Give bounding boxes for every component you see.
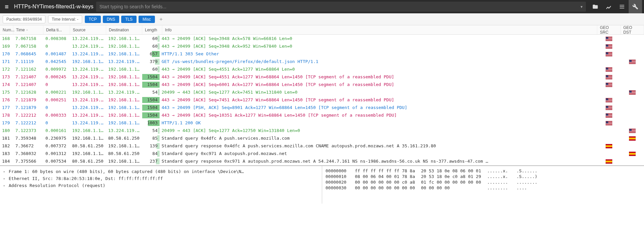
table-row[interactable]: 1827.366720.00737280.58.61.250192.168.1.… (0, 142, 644, 150)
cell-len: 1504 (142, 112, 160, 119)
toolbar-icons (589, 0, 642, 13)
table-row[interactable]: 1837.3680320.001312192.168.1.14080.58.61… (0, 150, 644, 157)
cell-dst: 80.58.61.250 (106, 136, 142, 141)
packet-table[interactable]: 1687.0671580.00830813.224.119.32192.168.… (0, 35, 644, 165)
table-row[interactable]: 1807.1223730.000161192.168.1.14013.224.1… (0, 127, 644, 134)
cell-num: 177 (0, 105, 13, 110)
cell-time: 7.11119 (13, 59, 43, 64)
cell-time: 7.122212 (13, 113, 43, 118)
cell-geodst (621, 150, 644, 157)
col-geosrc[interactable]: GEO SRC (597, 25, 621, 34)
flag-es-icon (606, 144, 612, 148)
cell-delta: 0 (43, 105, 70, 110)
tree-node[interactable]: ▸Ethernet II, Src: 78:8a:20:53:18:0e, Ds… (3, 175, 318, 182)
table-row[interactable]: 1727.1211620.00997213.224.119.32192.168.… (0, 65, 644, 73)
table-row[interactable]: 1767.1218790.00025113.224.119.32192.168.… (0, 96, 644, 104)
cell-delta: 0.001487 (43, 51, 70, 56)
cell-dst: 192.168.1.140 (106, 113, 142, 118)
cell-num: 171 (0, 59, 13, 64)
folder-icon[interactable] (589, 0, 602, 13)
cell-num: 169 (0, 44, 13, 49)
cell-delta: 0.000251 (43, 97, 70, 102)
cell-info: 443 → 20499 [ACK] Seq=7451 Ack=1277 Win=… (160, 97, 597, 102)
cell-geodst (621, 89, 644, 95)
cell-geodst (621, 58, 644, 65)
table-row[interactable]: 1697.067158013.224.119.32192.168.1.14060… (0, 42, 644, 50)
cell-time: 7.121879 (13, 97, 43, 102)
hex-row[interactable]: 0000002000 00 00 00 00 00 c0 a801 fc 00 … (326, 179, 641, 185)
cell-num: 168 (0, 36, 13, 41)
cell-time: 7.067158 (13, 44, 43, 49)
table-row[interactable]: 1717.111190.042545192.168.1.14013.224.11… (0, 58, 644, 65)
tree-node[interactable]: ▸Address Resolution Protocol (request) (3, 182, 318, 189)
table-row[interactable]: 1847.3755660.00753480.58.61.250192.168.1… (0, 157, 644, 165)
cell-geosrc (597, 112, 621, 118)
cell-len: 1003 (142, 120, 160, 126)
table-row[interactable]: 1737.1214070.00024513.224.119.32192.168.… (0, 73, 644, 81)
table-row[interactable]: 1747.121407013.224.119.32192.168.1.14015… (0, 81, 644, 88)
filter-bar: Packets: 8934/8934 Time Interval: - TCPD… (0, 13, 644, 25)
table-row[interactable]: 1817.3593480.236975192.168.1.14080.58.61… (0, 134, 644, 142)
cell-info: Standard query 0x4dfc A push.services.mo… (160, 136, 597, 141)
flag-us-icon (629, 129, 636, 133)
cell-geosrc (597, 104, 621, 111)
cell-src: 13.224.119.32 (70, 67, 106, 72)
hex-row[interactable]: 0000003000 00 00 00 00 00 00 0000 00 00 … (326, 185, 641, 191)
col-num[interactable]: Num... (0, 25, 13, 34)
col-source[interactable]: Source (70, 25, 106, 34)
col-dest[interactable]: Destination (106, 25, 142, 34)
menu-icon[interactable]: ≡ (2, 3, 11, 11)
table-row[interactable]: 1787.1222120.00033313.224.119.32192.168.… (0, 111, 644, 119)
cell-delta: 0.007534 (43, 159, 70, 164)
hex-row[interactable]: 00000000ff ff ff ff ff ff 78 8a20 53 18 … (326, 168, 641, 174)
cell-info: 20499 → 443 [ACK] Seq=1277 Ack=7451 Win=… (160, 90, 597, 95)
hex-row[interactable]: 0000001008 00 06 04 00 01 78 8a20 53 18 … (326, 174, 641, 179)
col-delta[interactable]: Delta ti... (43, 25, 70, 34)
packet-tree[interactable]: ▸Frame 1: 60 bytes on wire (480 bits), 6… (0, 166, 322, 204)
col-time[interactable]: Time≡ (13, 25, 43, 34)
cell-src: 13.224.119.32 (70, 97, 106, 102)
hex-view[interactable]: 00000000ff ff ff ff ff ff 78 8a20 53 18 … (322, 166, 644, 204)
cell-len: 60 (142, 66, 160, 73)
cell-info: 443 → 20499 [ACK] Seq=6001 Ack=1277 Win=… (160, 82, 597, 87)
col-info[interactable]: Info (162, 25, 597, 34)
cell-time: 7.36672 (13, 143, 43, 148)
table-row[interactable]: 1707.0686450.00148713.224.119.32192.168.… (0, 50, 644, 58)
cell-info: Standard query response 0xc971 A autopus… (160, 159, 597, 164)
flag-us-icon (606, 37, 612, 41)
wrench-icon[interactable] (629, 0, 642, 13)
filter-chip-tcp[interactable]: TCP (85, 16, 101, 23)
cell-delta: 0 (43, 82, 70, 87)
chart-icon[interactable] (602, 0, 615, 13)
cell-delta: 0.000333 (43, 113, 70, 118)
interval-pill[interactable]: Time Interval: - (48, 15, 82, 23)
table-row[interactable]: 1687.0671580.00830813.224.119.32192.168.… (0, 35, 644, 42)
filter-chip-misc[interactable]: Misc (139, 16, 155, 23)
search-input[interactable] (96, 2, 586, 12)
tree-node[interactable]: ▸Frame 1: 60 bytes on wire (480 bits), 6… (3, 168, 318, 175)
filter-chip-dns[interactable]: DNS (103, 16, 119, 23)
cell-geosrc (597, 35, 621, 42)
cell-delta: 0.008308 (43, 36, 70, 41)
cell-src: 13.224.119.32 (70, 74, 106, 79)
cell-src: 13.224.119.32 (70, 44, 106, 49)
add-filter-button[interactable]: + (158, 16, 165, 22)
packets-pill[interactable]: Packets: 8934/8934 (3, 15, 45, 23)
cell-geosrc (597, 81, 621, 88)
cell-dst: 13.224.119.32 (106, 59, 142, 64)
cell-info: 443 → 20499 [ACK] Seq=3948 Ack=578 Win=6… (160, 36, 597, 41)
cell-dst: 192.168.1.140 (106, 105, 142, 110)
table-row[interactable]: 1757.1216280.000221192.168.1.14013.224.1… (0, 88, 644, 96)
search-wrap: ▼ (96, 2, 586, 12)
col-geodst[interactable]: GEO DST (621, 25, 644, 34)
table-row[interactable]: 1797.122212013.224.119.32192.168.1.14010… (0, 119, 644, 127)
filter-chip-tls[interactable]: TLS (121, 16, 137, 23)
cell-src: 13.224.119.32 (70, 51, 106, 56)
cell-dst: 80.58.61.250 (106, 151, 142, 156)
col-length[interactable]: Length (142, 25, 162, 34)
list-icon[interactable] (615, 0, 629, 13)
cell-time: 7.375566 (13, 159, 43, 164)
cell-dst: 13.224.119.32 (106, 128, 142, 133)
cell-len: 54 (142, 89, 160, 96)
table-row[interactable]: 1777.121879013.224.119.32192.168.1.14015… (0, 104, 644, 111)
